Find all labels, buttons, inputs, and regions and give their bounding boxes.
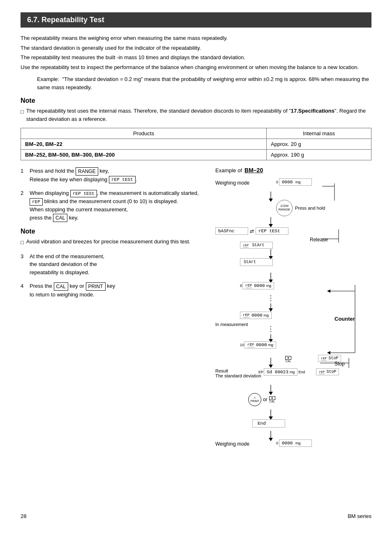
meas-display-1: 8 rEP 0000 mg	[240, 282, 274, 289]
note2-item: □ Avoid vibration and breezes for precis…	[21, 238, 207, 247]
sd-panel: Sd 00023 mg	[264, 368, 297, 376]
table-row-1: BM–20, BM–22 Approx. 20 g	[21, 139, 371, 150]
series-label: BM series	[348, 513, 371, 519]
mass-2: Approx. 190 g	[267, 150, 371, 160]
body-para-3: The repeatability test measures the buil…	[21, 53, 371, 62]
product-table: Products Internal mass BM–20, BM–22 Appr…	[21, 128, 371, 160]
step-1-content: Press and hold the RANGE key, Release th…	[30, 167, 207, 183]
print-cal-row: ☉ PRINT or ▼ CAL	[248, 393, 275, 406]
arrow-right-1: ⇄	[250, 228, 254, 234]
body-para-2: The standard deviation is generally used…	[21, 44, 371, 52]
sd-end-sup: End	[298, 370, 305, 374]
weighing-top-display: 0 0000 mg	[276, 178, 312, 186]
start-display: StArt	[240, 258, 273, 266]
weighing-mode-top-label: Weighing mode	[215, 180, 249, 186]
rep-stop-display: rEP StoP	[318, 355, 341, 362]
svg-marker-3	[269, 224, 273, 227]
step-4-content: Press the CAL key or PRINT key to return…	[30, 282, 207, 298]
meas-3-sup: 10	[240, 343, 244, 347]
weighing-bottom-zero-sup: 0	[276, 441, 278, 445]
basfnc-row: bASFnc ⇄ rEP tESt	[215, 227, 288, 235]
range-circle-btn: 1/10d RANGE Press and hold	[276, 200, 325, 216]
release-text: Release	[310, 237, 328, 243]
meas-mg-2: mg	[264, 313, 269, 317]
svg-marker-26	[327, 351, 330, 354]
svg-marker-15	[269, 365, 273, 368]
svg-marker-25	[327, 289, 330, 293]
note2-heading: Note	[21, 228, 207, 235]
weighing-top-panel: 0000 mg	[279, 178, 312, 186]
cal-down-arrow: ▼	[269, 396, 275, 400]
note1-text: The repeatability test uses the internal…	[26, 107, 371, 123]
stop-label-container: Stop	[334, 361, 345, 367]
step-3-num: 3	[21, 252, 26, 277]
rep-test-lower-display: rEP StArt	[240, 242, 273, 249]
svg-marker-21	[269, 438, 273, 441]
print-btn-label: PRINT	[251, 400, 259, 403]
meas-display-2: rEP 0000 mg	[240, 312, 272, 319]
result-labels: Result The standard deviation	[215, 368, 261, 378]
diagram-title: Example of	[215, 167, 242, 173]
range-btn-container: 1/10d RANGE	[276, 200, 293, 216]
note2-text: Avoid vibration and breezes for precise …	[26, 238, 207, 247]
mass-1: Approx. 20 g	[267, 139, 371, 150]
note1-item: □ The repeatability test uses the intern…	[21, 107, 371, 123]
print-circle-btn[interactable]: ☉ PRINT	[248, 393, 261, 406]
rep-stop-result-display: rEP StoP	[316, 368, 339, 375]
step-3: 3 At the end of the measurement, the sta…	[21, 252, 207, 277]
meas-mg-1: mg	[266, 284, 272, 288]
meas-panel-3: rEP 0000 mg	[244, 341, 276, 349]
example-text: "The standard deviation = 0.2 mg" means …	[37, 76, 369, 90]
cal-key-1: CAL	[53, 214, 67, 222]
step-2: 2 When displaying rEP tESt, the measurem…	[21, 189, 207, 222]
svg-marker-10	[269, 308, 273, 312]
cal-down-btn[interactable]: ▼ CAL	[269, 396, 275, 403]
product-2: BM–252, BM–500, BM–300, BM–200	[21, 150, 267, 160]
meas-rep-2: rEP	[243, 313, 249, 318]
rep-stop-panel: rEP StoP	[318, 355, 341, 362]
meas-rep-1: rEP	[245, 284, 252, 288]
range-text: RANGE	[279, 208, 290, 212]
meas-1-sup: 8	[240, 284, 242, 288]
sd-sup-ep: EP	[258, 370, 263, 374]
in-measurement-text: In measurement	[215, 322, 248, 327]
step-1: 1 Press and hold the RANGE key, Release …	[21, 167, 207, 183]
cal-arrow-btn: ▼ CAL	[285, 356, 291, 363]
product-1: BM–20, BM–22	[21, 139, 267, 150]
weighing-mode-bottom: Weighing mode	[215, 441, 251, 447]
note1-heading: Note	[21, 97, 371, 104]
press-hold-label: Press and hold	[295, 206, 325, 210]
counter-label-text: Counter	[334, 316, 355, 322]
diagram-svg	[215, 176, 367, 497]
diagram-bm20: BM–20	[244, 167, 263, 173]
step-3-content: At the end of the measurement, the stand…	[30, 252, 207, 277]
example-label: Example:	[37, 76, 59, 82]
right-column: Example of BM–20	[215, 167, 371, 497]
table-row-2: BM–252, BM–500, BM–300, BM–200 Approx. 1…	[21, 150, 371, 160]
print-icon-symbol: ☉	[254, 396, 256, 400]
meas-panel-2: rEP 0000 mg	[240, 312, 272, 319]
svg-marker-1	[269, 199, 273, 202]
result-label-text: Result	[215, 368, 261, 373]
meas-panel-1: rEP 0000 mg	[242, 282, 274, 289]
sd-mg: mg	[290, 370, 295, 374]
diagram-wrapper: Weighing mode 0 0000 mg 1/10d RANGE	[215, 176, 367, 497]
table-col2: Internal mass	[267, 128, 371, 139]
range-circle: 1/10d RANGE	[276, 200, 293, 216]
sd-result-row: EP Sd 00023 mg End	[258, 368, 305, 376]
weighing-top-zero-sup: 0	[276, 180, 278, 184]
range-key: RANGE	[76, 167, 98, 176]
stop-label-text: Stop	[334, 361, 345, 367]
rep-stop-result-rep: rEP	[319, 370, 325, 374]
rep-test-display-2: rEP tESt	[70, 190, 97, 198]
diagram-section: Example of BM–20	[215, 167, 371, 497]
example-line: Example: "The standard deviation = 0.2 m…	[37, 75, 371, 91]
start-row: StArt	[240, 258, 273, 266]
cal-btn-container: ▼ CAL	[285, 356, 291, 363]
weighing-bottom-display: 0 0000 mg	[276, 439, 312, 447]
cal-arrow-label: ▼	[285, 356, 291, 360]
rep-display: rEP	[30, 198, 43, 206]
step-2-num: 2	[21, 189, 26, 222]
step-4-num: 4	[21, 282, 26, 298]
table-col1: Products	[21, 128, 267, 139]
